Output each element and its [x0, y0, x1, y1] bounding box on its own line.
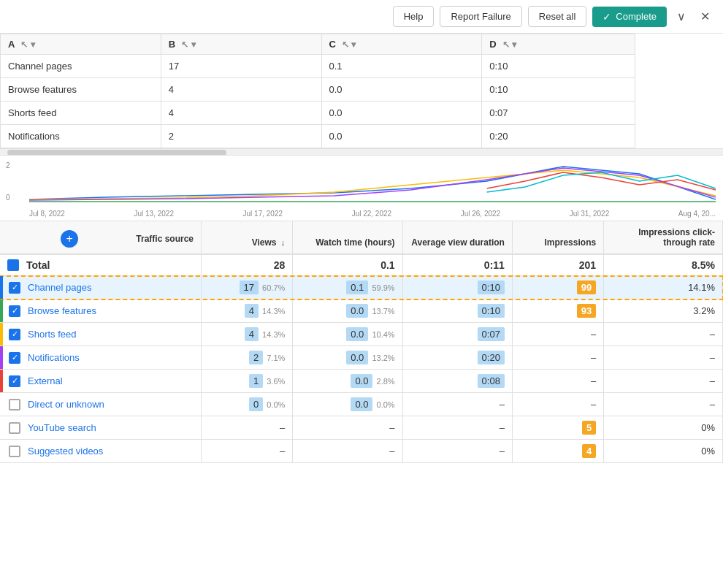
- spreadsheet-row-3: Shorts feed 4 0.0 0:07: [1, 102, 635, 125]
- cursor-icon-a: ↖ ▾: [20, 39, 34, 50]
- views-youtube-search: –: [202, 416, 293, 440]
- views-value-shorts-feed: 4: [245, 327, 259, 341]
- source-cell-browse-features: ✓Browse features: [0, 299, 202, 323]
- watch-pct-external: 2.8%: [374, 377, 394, 386]
- spreadsheet-area: A ↖ ▾ B ↖ ▾ C ↖ ▾: [0, 34, 723, 148]
- source-label-notifications[interactable]: Notifications: [28, 352, 80, 363]
- source-label-browse-features[interactable]: Browse features: [28, 305, 96, 316]
- watch-value-direct-or-unknown: 0.0: [351, 397, 372, 411]
- views-suggested-videos: –: [202, 440, 293, 463]
- chart-y-label-0: 0: [6, 194, 10, 202]
- checkbox-youtube-search[interactable]: [9, 422, 20, 434]
- source-cell-shorts-feed: ✓Shorts feed: [0, 323, 202, 346]
- views-value-direct-or-unknown: 0: [249, 397, 263, 411]
- source-label-shorts-feed[interactable]: Shorts feed: [28, 329, 77, 340]
- cell-d1[interactable]: 0:10: [482, 55, 635, 78]
- col-header-a: A ↖ ▾: [1, 34, 161, 55]
- impressions-youtube-search: 5: [512, 416, 603, 440]
- cell-a1[interactable]: Channel pages: [1, 55, 161, 78]
- source-label-channel-pages[interactable]: Channel pages: [28, 282, 91, 293]
- complete-button[interactable]: ✓ Complete: [592, 7, 667, 27]
- impressions-value-channel-pages: 99: [577, 280, 596, 294]
- cell-b4[interactable]: 2: [161, 125, 321, 148]
- watch-pct-shorts-feed: 10.4%: [370, 330, 394, 339]
- ctr-suggested-videos: 0%: [604, 440, 723, 463]
- checkbox-external[interactable]: ✓: [9, 375, 20, 387]
- chart-x-labels: Jul 8, 2022 Jul 13, 2022 Jul 17, 2022 Ju…: [29, 210, 716, 218]
- cell-b1[interactable]: 17: [161, 55, 321, 78]
- cell-d2[interactable]: 0:10: [482, 78, 635, 102]
- views-shorts-feed: 4 14.3%: [202, 323, 293, 346]
- cell-d3[interactable]: 0:07: [482, 102, 635, 125]
- cell-c1[interactable]: 0.1: [321, 55, 482, 78]
- data-row-notifications: ✓Notifications2 7.1%0.0 13.2%0:20––: [0, 346, 723, 370]
- report-failure-button[interactable]: Report Failure: [440, 6, 521, 27]
- data-table: + Traffic source Views ↓ Watch time (hou…: [0, 221, 723, 463]
- source-label-youtube-search[interactable]: YouTube search: [28, 422, 96, 433]
- toolbar: Help Report Failure Reset all ✓ Complete…: [0, 0, 723, 34]
- cell-b3[interactable]: 4: [161, 102, 321, 125]
- views-external: 1 3.6%: [202, 370, 293, 393]
- horizontal-scrollbar[interactable]: [0, 148, 723, 156]
- total-impressions: 201: [512, 254, 603, 276]
- color-bar-browse-features: [0, 299, 3, 322]
- reset-all-button[interactable]: Reset all: [528, 6, 587, 27]
- source-cell-external: ✓External: [0, 370, 202, 393]
- total-source-cell: Total: [0, 254, 202, 276]
- col-header-b: B ↖ ▾: [161, 34, 321, 55]
- cell-c4[interactable]: 0.0: [321, 125, 482, 148]
- impressions-value-suggested-videos: 4: [582, 444, 596, 458]
- add-column-plus-button[interactable]: +: [61, 230, 78, 248]
- total-watch-time: 0.1: [293, 254, 402, 276]
- ctr-channel-pages: 14.1%: [604, 276, 723, 299]
- ctr-browse-features: 3.2%: [604, 299, 723, 323]
- checkbox-channel-pages[interactable]: ✓: [9, 282, 20, 294]
- spreadsheet-table: A ↖ ▾ B ↖ ▾ C ↖ ▾: [0, 34, 635, 148]
- ctr-notifications: –: [604, 346, 723, 370]
- cell-c2[interactable]: 0.0: [321, 78, 482, 102]
- views-pct-channel-pages: 60.7%: [260, 283, 285, 292]
- cell-a2[interactable]: Browse features: [1, 78, 161, 102]
- spreadsheet-row-2: Browse features 4 0.0 0:10: [1, 78, 635, 102]
- collapse-button[interactable]: ∨: [673, 7, 690, 26]
- cell-a3[interactable]: Shorts feed: [1, 102, 161, 125]
- cell-a4[interactable]: Notifications: [1, 125, 161, 148]
- cell-d4[interactable]: 0:20: [482, 125, 635, 148]
- watch-value-notifications: 0.0: [346, 351, 368, 364]
- checkbox-browse-features[interactable]: ✓: [9, 305, 20, 317]
- total-checkbox[interactable]: [7, 259, 19, 271]
- chart-x-label-7: Aug 4, 20...: [678, 210, 716, 218]
- col-views-header[interactable]: Views ↓: [202, 221, 293, 254]
- views-notifications: 2 7.1%: [202, 346, 293, 370]
- total-views: 28: [202, 254, 293, 276]
- watch-external: 0.0 2.8%: [293, 370, 402, 393]
- cell-b2[interactable]: 4: [161, 78, 321, 102]
- watch-value-browse-features: 0.0: [346, 304, 368, 318]
- checkbox-suggested-videos[interactable]: [9, 446, 20, 457]
- ctr-direct-or-unknown: –: [604, 393, 723, 416]
- data-row-youtube-search: YouTube search–––50%: [0, 416, 723, 440]
- scrollbar-thumb[interactable]: [7, 150, 226, 156]
- color-bar-shorts-feed: [0, 323, 3, 345]
- watch-value-external: 0.0: [351, 374, 372, 388]
- cell-c3[interactable]: 0.0: [321, 102, 482, 125]
- source-label-direct-or-unknown[interactable]: Direct or unknown: [28, 399, 104, 410]
- checkbox-shorts-feed[interactable]: ✓: [9, 329, 20, 340]
- total-row: Total 28 0.1 0:11 201 8.5%: [0, 254, 723, 276]
- avgview-value-shorts-feed: 0:07: [478, 327, 505, 341]
- close-button[interactable]: ✕: [696, 7, 714, 26]
- source-label-suggested-videos[interactable]: Suggested videos: [28, 446, 103, 457]
- avgview-notifications: 0:20: [402, 346, 512, 370]
- views-channel-pages: 17 60.7%: [202, 276, 293, 299]
- avgview-value-notifications: 0:20: [478, 351, 505, 364]
- ctr-external: –: [604, 370, 723, 393]
- help-button[interactable]: Help: [393, 6, 435, 27]
- col-header-d: D ↖ ▾: [482, 34, 635, 55]
- col-impressions-header: Impressions: [512, 221, 603, 254]
- source-label-external[interactable]: External: [28, 375, 63, 386]
- checkbox-direct-or-unknown[interactable]: [9, 399, 20, 411]
- checkbox-notifications[interactable]: ✓: [9, 352, 20, 364]
- spreadsheet-scroll[interactable]: A ↖ ▾ B ↖ ▾ C ↖ ▾: [0, 34, 635, 148]
- watch-notifications: 0.0 13.2%: [293, 346, 402, 370]
- views-pct-notifications: 7.1%: [264, 354, 285, 362]
